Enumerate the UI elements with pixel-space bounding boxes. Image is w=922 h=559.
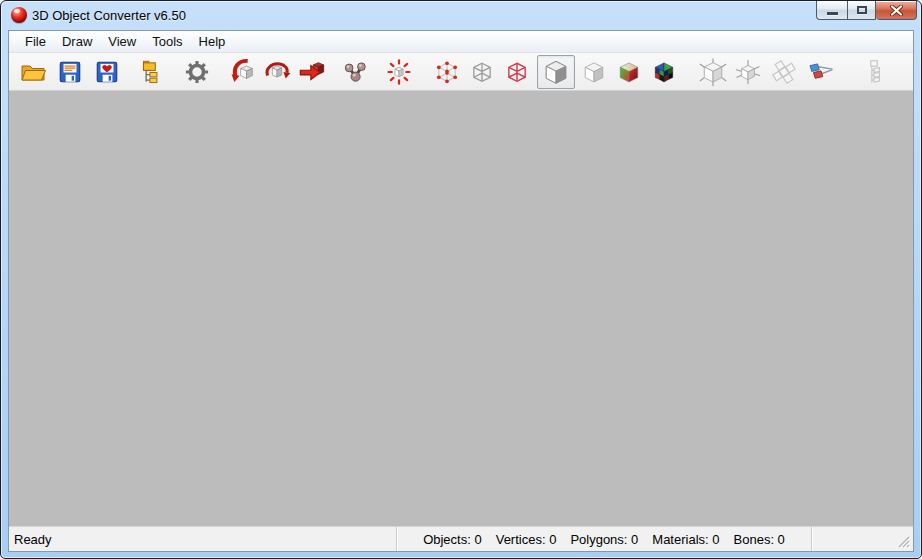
open-folder-icon xyxy=(19,59,47,85)
menu-draw[interactable]: Draw xyxy=(54,32,100,51)
vertex-molecule-icon xyxy=(341,58,369,86)
status-message-panel: Ready xyxy=(9,527,397,551)
scene-structure-tree-icon xyxy=(861,58,887,86)
save-floppy-icon xyxy=(57,59,83,85)
close-icon xyxy=(890,5,903,16)
resize-grip-icon[interactable] xyxy=(898,536,911,549)
unfolded-cube-net-icon xyxy=(770,58,798,86)
render-flat-white-cube-icon xyxy=(580,58,608,86)
render-colored-wireframe-cube-icon xyxy=(503,58,531,86)
batch-tree-button[interactable] xyxy=(135,56,167,88)
scene-tree-button[interactable] xyxy=(858,56,890,88)
window-content: File Draw View Tools Help xyxy=(8,30,914,552)
render-solid-cube-icon xyxy=(541,57,571,87)
objects-counter: Objects: 0 xyxy=(423,532,482,547)
bones-counter: Bones: 0 xyxy=(734,532,785,547)
render-textured-button[interactable] xyxy=(648,56,680,88)
status-message: Ready xyxy=(14,532,52,547)
app-window: 3D Object Converter v6.50 File Draw View… xyxy=(0,0,922,559)
viewport-client-area[interactable] xyxy=(9,91,913,526)
settings-gear-icon xyxy=(183,58,211,86)
maximize-button[interactable] xyxy=(847,1,876,20)
status-spare-panel xyxy=(812,527,913,551)
vertices-button[interactable] xyxy=(339,56,371,88)
render-wireframe-button[interactable] xyxy=(466,56,498,88)
minimize-icon xyxy=(827,12,838,15)
materials-counter: Materials: 0 xyxy=(652,532,719,547)
menu-bar: File Draw View Tools Help xyxy=(9,31,913,53)
folder-tree-batch-icon xyxy=(138,58,164,86)
status-bar: Ready Objects: 0 Vertices: 0 Polygons: 0… xyxy=(9,526,913,551)
render-solid-button[interactable] xyxy=(537,55,575,89)
settings-button[interactable] xyxy=(181,56,213,88)
title-bar[interactable]: 3D Object Converter v6.50 xyxy=(1,1,921,30)
render-wireframe-cube-icon xyxy=(468,58,496,86)
anaglyph-3d-glasses-icon xyxy=(806,58,836,86)
rotate-object-red-arrow-icon xyxy=(229,58,257,86)
maximize-icon xyxy=(857,6,867,14)
explode-cube-burst-icon xyxy=(385,58,413,86)
spin-object-button[interactable] xyxy=(261,56,293,88)
render-colored-wireframe-button[interactable] xyxy=(501,56,533,88)
explode-view-button[interactable] xyxy=(383,56,415,88)
render-textured-cube-icon xyxy=(650,58,678,86)
render-gradient-button[interactable] xyxy=(613,56,645,88)
close-button[interactable] xyxy=(876,1,917,20)
unfold-button[interactable] xyxy=(768,56,800,88)
convert-object-button[interactable] xyxy=(296,56,328,88)
menu-help[interactable]: Help xyxy=(191,32,234,51)
cube-axes-icon xyxy=(734,58,762,86)
save-favorite-button[interactable] xyxy=(91,56,123,88)
render-gradient-shaded-cube-icon xyxy=(615,58,643,86)
menu-file[interactable]: File xyxy=(17,32,54,51)
vertex-normals-button[interactable] xyxy=(697,56,729,88)
toolbar xyxy=(9,53,913,91)
open-file-button[interactable] xyxy=(17,56,49,88)
vertices-counter: Vertices: 0 xyxy=(496,532,557,547)
status-counters-panel: Objects: 0 Vertices: 0 Polygons: 0 Mater… xyxy=(397,527,812,551)
minimize-button[interactable] xyxy=(816,1,847,20)
render-flat-button[interactable] xyxy=(578,56,610,88)
cube-vertex-normals-icon xyxy=(698,57,728,87)
menu-tools[interactable]: Tools xyxy=(144,32,190,51)
window-controls xyxy=(816,1,917,20)
window-title: 3D Object Converter v6.50 xyxy=(32,8,186,23)
save-favorite-floppy-heart-icon xyxy=(94,59,120,85)
spin-object-circular-arrow-icon xyxy=(263,58,291,86)
render-points-button[interactable] xyxy=(431,56,463,88)
convert-red-arrow-cube-icon xyxy=(298,58,326,86)
anaglyph-button[interactable] xyxy=(805,56,837,88)
save-file-button[interactable] xyxy=(54,56,86,88)
axes-button[interactable] xyxy=(732,56,764,88)
render-points-cube-icon xyxy=(433,58,461,86)
red-sphere-app-icon xyxy=(11,7,27,23)
rotate-object-button[interactable] xyxy=(227,56,259,88)
menu-view[interactable]: View xyxy=(100,32,144,51)
polygons-counter: Polygons: 0 xyxy=(570,532,638,547)
